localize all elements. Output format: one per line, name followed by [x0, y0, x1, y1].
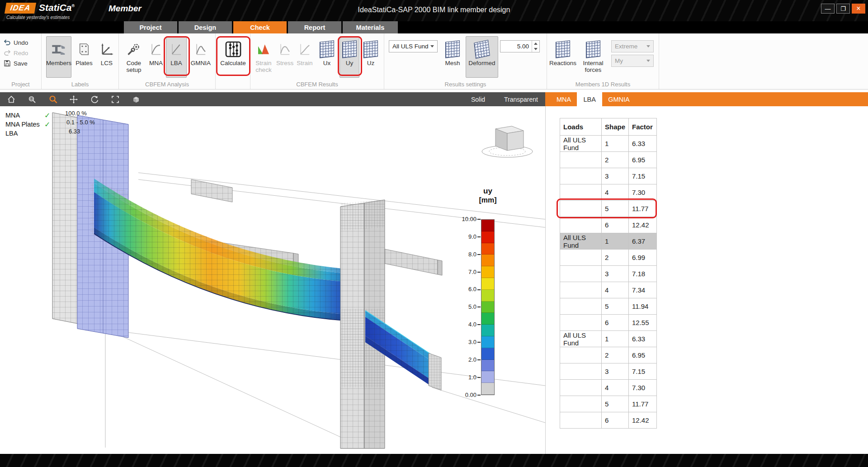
ribbon-group-cbfem-analysis: Code setup MNA LBA GMNIA CBFEM Ana: [119, 33, 216, 89]
solid-mode-button[interactable]: Solid: [471, 96, 485, 103]
list-item[interactable]: MNA Plates ✓: [5, 120, 50, 129]
bottom-bar: [0, 454, 868, 467]
viewport-3d[interactable]: MNA ✓ MNA Plates ✓ LBA 100.0 % 0.1 - 5.0…: [0, 106, 545, 454]
reactions-button[interactable]: Reactions: [550, 36, 576, 78]
list-item[interactable]: MNA ✓: [5, 111, 50, 120]
lba-button[interactable]: LBA: [166, 36, 187, 78]
spinner-down-icon[interactable]: [532, 47, 539, 52]
members-button[interactable]: Members: [46, 36, 71, 78]
legend-tick: 5.0: [456, 303, 476, 310]
group-label-members-1d: Members 1D Results: [547, 81, 659, 88]
ribbon-group-cbfem-results: Strain check Stress Strain Ux Uy: [250, 33, 384, 89]
home-view-icon[interactable]: [6, 94, 16, 104]
zoom-icon[interactable]: [48, 94, 58, 104]
table-row[interactable]: 37.15: [560, 363, 657, 380]
tab-check[interactable]: Check: [233, 21, 287, 33]
uz-button[interactable]: Uz: [362, 36, 380, 78]
uy-button[interactable]: Uy: [340, 36, 359, 78]
deformed-label: Deformed: [468, 60, 495, 66]
clipping-box-icon[interactable]: [131, 94, 141, 104]
extreme-dropdown[interactable]: Extreme: [611, 40, 654, 52]
code-setup-button[interactable]: Code setup: [122, 36, 146, 78]
reactions-icon: [556, 39, 570, 60]
table-row[interactable]: 26.95: [560, 152, 657, 168]
table-row[interactable]: 37.18: [560, 266, 657, 282]
table-row[interactable]: 47.30: [560, 184, 657, 201]
maximize-button[interactable]: ❐: [836, 4, 850, 14]
table-row[interactable]: 26.95: [560, 347, 657, 363]
save-button[interactable]: Save: [4, 59, 28, 68]
table-row[interactable]: All ULS Fund16.33: [560, 136, 657, 152]
legend-tick: 4.0: [456, 321, 476, 328]
loads-filter-dropdown[interactable]: All ULS Fund: [389, 40, 438, 52]
table-row[interactable]: 37.15: [560, 168, 657, 184]
strain-curve-icon: [298, 39, 311, 60]
ux-button[interactable]: Ux: [317, 36, 336, 78]
gmnia-button[interactable]: GMNIA: [188, 36, 214, 78]
tab-design[interactable]: Design: [179, 21, 232, 33]
analysis-status-list: MNA ✓ MNA Plates ✓ LBA: [5, 111, 50, 138]
logo-tagline: Calculate yesterday's estimates: [6, 15, 70, 20]
strain-button[interactable]: Strain: [295, 36, 314, 78]
results-panel: Loads Shape Factor All ULS Fund16.33 26.…: [545, 106, 868, 454]
lcs-label: LCS: [101, 60, 113, 66]
undo-button[interactable]: Undo: [4, 38, 28, 47]
table-row[interactable]: 612.55: [560, 315, 657, 331]
stress-button[interactable]: Stress: [276, 36, 294, 78]
nav-cube[interactable]: [482, 126, 533, 157]
rotate-view-icon[interactable]: [90, 94, 99, 104]
tab-project[interactable]: Project: [124, 21, 177, 33]
results-tab-lba[interactable]: LBA: [577, 92, 602, 106]
legend-tick: 8.0: [456, 251, 476, 258]
minimize-button[interactable]: —: [821, 4, 835, 14]
transparent-mode-button[interactable]: Transparent: [504, 96, 538, 103]
axes-icon: [99, 39, 114, 60]
plates-button[interactable]: Plates: [73, 36, 95, 78]
force-component-dropdown[interactable]: My: [611, 55, 654, 67]
table-row[interactable]: 511.77: [560, 201, 657, 217]
table-header-row: Loads Shape Factor: [560, 118, 657, 136]
lba-label: LBA: [170, 60, 182, 66]
spinner-up-icon[interactable]: [532, 41, 539, 47]
table-row[interactable]: 511.77: [560, 396, 657, 412]
ribbon: Undo Redo Save Project Members: [0, 33, 868, 90]
mna-button[interactable]: MNA: [147, 36, 165, 78]
results-tab-gmnia[interactable]: GMNIA: [602, 92, 636, 106]
strain-label: Strain: [297, 60, 312, 66]
table-row[interactable]: 47.34: [560, 282, 657, 298]
column-header-shape: Shape: [602, 118, 629, 136]
lcs-button[interactable]: LCS: [97, 36, 117, 78]
table-row[interactable]: All ULS Fund16.33: [560, 331, 657, 347]
mesh-button[interactable]: Mesh: [441, 36, 464, 78]
deformed-button[interactable]: Deformed: [466, 36, 498, 78]
table-row[interactable]: 612.42: [560, 217, 657, 233]
results-tab-mna[interactable]: MNA: [551, 92, 577, 106]
table-row[interactable]: 47.30: [560, 380, 657, 396]
analysis-name: MNA Plates: [5, 121, 44, 128]
close-button[interactable]: ×: [852, 4, 865, 14]
pan-icon[interactable]: [69, 94, 79, 104]
deformed-scale-spinner[interactable]: 5.00: [500, 40, 540, 52]
internal-forces-button[interactable]: Internal forces: [577, 36, 609, 78]
table-row[interactable]: 511.94: [560, 298, 657, 315]
tab-materials[interactable]: Materials: [343, 21, 398, 33]
redo-button[interactable]: Redo: [4, 48, 28, 57]
stress-label: Stress: [276, 60, 293, 66]
table-row-selected[interactable]: All ULS Fund16.37: [560, 233, 657, 250]
check-icon: ✓: [44, 111, 50, 120]
strain-check-button[interactable]: Strain check: [253, 36, 274, 78]
zoom-fit-icon[interactable]: [110, 94, 120, 104]
table-row[interactable]: 26.99: [560, 250, 657, 266]
overlay-factor-value: 6.33: [69, 128, 80, 135]
uy-mesh-icon: [342, 39, 357, 60]
list-item[interactable]: LBA: [5, 129, 50, 138]
mesh-label: Mesh: [445, 60, 460, 66]
mna-curve-icon: [150, 39, 162, 60]
calculate-button[interactable]: Calculate: [217, 36, 249, 78]
table-row[interactable]: 612.42: [560, 412, 657, 429]
wrench-gear-icon: [126, 39, 142, 60]
tab-report[interactable]: Report: [288, 21, 341, 33]
zoom-window-icon[interactable]: [27, 94, 37, 104]
uz-mesh-icon: [363, 39, 378, 60]
redo-icon: [4, 49, 11, 57]
